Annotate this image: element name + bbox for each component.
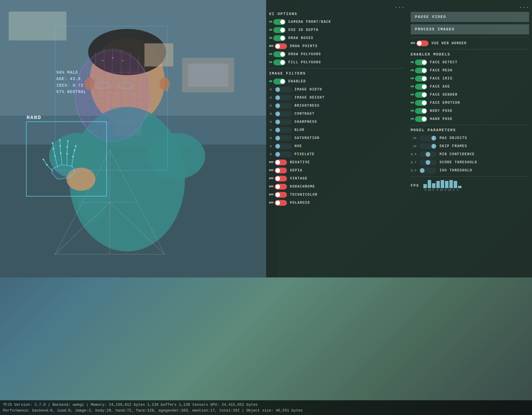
param-iouthresh-track[interactable]: [419, 168, 437, 173]
toggle-vintage[interactable]: OFF: [269, 176, 287, 181]
toggle-drawboxes[interactable]: ON: [269, 35, 286, 41]
toggle-camera[interactable]: ON: [269, 19, 286, 25]
toggle-webworker-track[interactable]: [416, 40, 429, 46]
model-row-faceemotion: ON Face Emotion: [411, 100, 529, 106]
slider-hue-track[interactable]: [275, 143, 292, 149]
toggle-enabled-on-label: ON: [269, 80, 272, 83]
toggle-sepia-thumb: [275, 168, 280, 173]
toggle-bodypose-track[interactable]: [415, 108, 427, 114]
toggle-sepia-off-label: OFF: [269, 169, 274, 172]
slider-row-pixelate: 0 Pixelate: [269, 151, 405, 157]
slider-blur-thumb: [275, 128, 280, 132]
divider4: [411, 125, 529, 125]
toggle-faceemotion-label: Face Emotion: [430, 101, 460, 105]
slider-imgheight-track[interactable]: [275, 95, 292, 101]
toggle-drawpolygons-track[interactable]: [273, 51, 286, 57]
param-row-maxobjects: 10 Max Objects: [411, 135, 529, 141]
toggle-row-fillpolygons: ON Fill Polygons: [269, 60, 405, 65]
toggle-enabled[interactable]: ON: [269, 79, 286, 84]
toggle-negative-track[interactable]: [275, 160, 287, 165]
toggle-bodypose[interactable]: ON: [411, 108, 427, 114]
toggle-technicolor-track[interactable]: [275, 192, 287, 198]
fps-bar: [458, 186, 461, 188]
toggle-faceage[interactable]: ON: [411, 84, 427, 90]
slider-brightness-track[interactable]: [275, 103, 292, 109]
toggle-faceage-label: Face Age: [430, 85, 450, 89]
toggle-drawboxes-track[interactable]: [273, 35, 286, 41]
slider-imgwidth-track[interactable]: [275, 87, 292, 92]
svg-point-74: [42, 159, 44, 160]
fps-section: FPS 510691091093: [411, 179, 529, 192]
toggle-sepia-label: Sepia: [290, 168, 303, 173]
toggle-negative-thumb: [275, 160, 280, 165]
toggle-polaroid-track[interactable]: [275, 200, 287, 206]
model-row-faceage: ON Face Age: [411, 84, 529, 90]
toggle-polaroid[interactable]: OFF: [269, 200, 287, 206]
param-skipframes-track[interactable]: [419, 143, 437, 149]
fps-bar: [445, 181, 448, 188]
toggle-faceiris-track[interactable]: [415, 76, 427, 81]
toggle-fillpolygons[interactable]: ON: [269, 60, 286, 65]
fps-label: FPS: [411, 184, 419, 188]
param-maxobjects-track[interactable]: [419, 135, 437, 141]
svg-line-49: [53, 143, 53, 149]
slider-blur-track[interactable]: [275, 127, 292, 133]
toggle-depth-track[interactable]: [273, 27, 286, 33]
param-row-iouthresh: 0.3 IOU Threshold: [411, 168, 529, 173]
fps-bar: [454, 181, 457, 188]
left-panel-menu[interactable]: ...: [269, 3, 405, 10]
toggle-row-enabled: ON Enabled: [269, 79, 405, 84]
param-minconf-track[interactable]: [419, 151, 437, 157]
toggle-facemesh[interactable]: ON: [411, 68, 427, 73]
pause-video-button[interactable]: Pause Video: [411, 12, 529, 22]
toggle-facemesh-track[interactable]: [415, 68, 427, 73]
toggle-row-polaroid: OFF Polaroid: [269, 200, 405, 206]
toggle-bodypose-thumb: [422, 109, 427, 113]
toggle-camera-track[interactable]: [273, 19, 286, 25]
toggle-kodachrome-track[interactable]: [275, 184, 287, 190]
fps-bar: [428, 180, 431, 188]
toggle-faceiris-thumb: [422, 76, 427, 81]
toggle-faceiris[interactable]: ON: [411, 76, 427, 81]
toggle-faceemotion[interactable]: ON: [411, 100, 427, 106]
toggle-faceemotion-track[interactable]: [415, 100, 427, 106]
toggle-handpose[interactable]: ON: [411, 116, 427, 122]
fps-number: 6: [431, 189, 435, 192]
toggle-drawpoints-track[interactable]: [275, 43, 287, 49]
toggle-negative[interactable]: OFF: [269, 160, 287, 165]
toggle-vintage-track[interactable]: [275, 176, 287, 181]
toggle-facedetect[interactable]: ON: [411, 60, 427, 65]
slider-sharpness-track[interactable]: [275, 119, 292, 125]
param-scorethresh-track[interactable]: [419, 160, 437, 165]
toggle-facedetect-track[interactable]: [415, 60, 427, 65]
toggle-facegender[interactable]: ON: [411, 92, 427, 98]
toggle-sepia-track[interactable]: [275, 168, 287, 173]
slider-pixelate-track[interactable]: [275, 151, 292, 157]
toggle-kodachrome-off-label: OFF: [269, 185, 274, 188]
toggle-facegender-thumb: [422, 92, 427, 97]
toggle-depth-on-label: ON: [269, 29, 272, 32]
toggle-faceage-track[interactable]: [415, 84, 427, 90]
slider-saturation-track[interactable]: [275, 135, 292, 141]
slider-contrast-track[interactable]: [275, 111, 292, 117]
toggle-kodachrome[interactable]: OFF: [269, 184, 287, 190]
toggle-depth[interactable]: ON: [269, 27, 286, 33]
toggle-drawpolygons[interactable]: ON: [269, 51, 286, 57]
toggle-faceemotion-on-label: ON: [411, 101, 414, 104]
toggle-fillpolygons-track[interactable]: [273, 60, 286, 65]
toggle-webworker[interactable]: OFF: [411, 40, 429, 46]
toggle-enabled-track[interactable]: [273, 79, 286, 84]
toggle-facegender-track[interactable]: [415, 92, 427, 98]
right-panel-menu[interactable]: ...: [411, 3, 529, 10]
process-images-button[interactable]: Process Images: [411, 24, 529, 34]
divider5: [411, 176, 529, 177]
toggle-drawpoints[interactable]: OFF: [269, 43, 287, 49]
toggle-technicolor[interactable]: OFF: [269, 192, 287, 198]
svg-line-47: [55, 156, 58, 168]
toggle-sepia[interactable]: OFF: [269, 168, 287, 173]
param-minconf-label: Min Confidence: [440, 152, 475, 156]
slider-row-imgwidth: 0 Image Width: [269, 87, 405, 92]
slider-contrast-value: 0: [269, 112, 273, 116]
slider-row-brightness: 0 Brightness: [269, 103, 405, 109]
toggle-handpose-track[interactable]: [415, 116, 427, 122]
